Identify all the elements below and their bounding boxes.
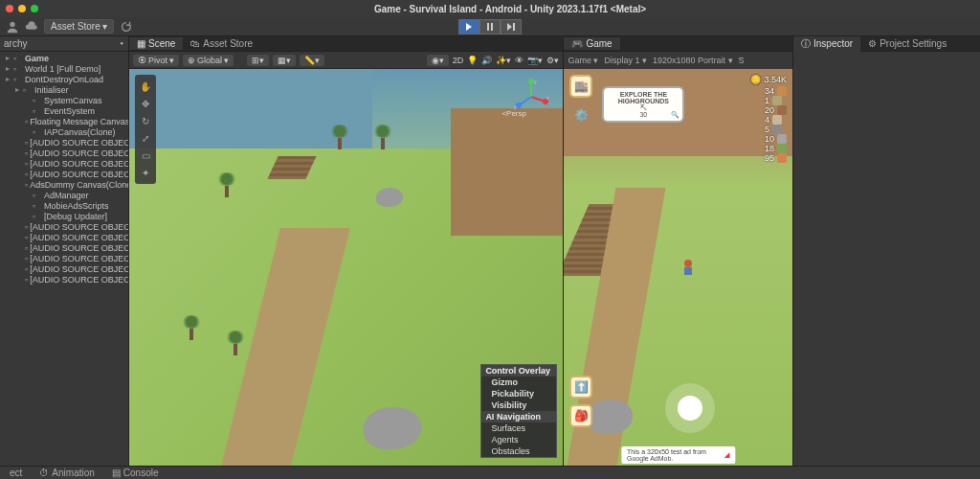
pause-button[interactable] — [479, 19, 501, 34]
game-viewport[interactable]: 🏬 ⚙️ EXPLORE THE HIGHGROUNDS ⛏ 30 🔍 🪙3.5… — [564, 69, 792, 466]
game-toolbar: Game ▾ Display 1 ▾ 1920x1080 Portrait ▾ … — [564, 52, 792, 69]
bottom-tabs: ect ⏱Animation ▤Console — [0, 466, 980, 479]
snap-button[interactable]: 📏▾ — [300, 55, 324, 66]
console-icon: ▤ — [112, 468, 121, 478]
hand-tool-icon[interactable]: ✋ — [135, 78, 156, 95]
overlay-pickability-item[interactable]: Pickability — [481, 388, 556, 399]
hierarchy-item[interactable]: ▫[AUDIO SOURCE OBJECT] — [0, 253, 128, 263]
refresh-icon[interactable] — [120, 20, 133, 34]
tab-asset-store[interactable]: 🛍Asset Store — [183, 37, 260, 50]
tab-project-settings[interactable]: ⚙Project Settings — [860, 37, 954, 50]
pivot-toggle[interactable]: ⦿Pivot▾ — [133, 55, 179, 66]
orientation-gizmo[interactable]: yxz <Persp — [511, 77, 551, 117]
hierarchy-item[interactable]: ▫[AUDIO SOURCE OBJECT] — [0, 221, 128, 232]
scene-viewport[interactable]: ✋ ✥ ↻ ⤢ ▭ ✦ yxz <Persp Control Overlay G… — [129, 69, 563, 466]
hierarchy-item[interactable]: ▫[AUDIO SOURCE OBJECT] — [0, 158, 128, 169]
hierarchy-item[interactable]: ▫[Debug Updater] — [0, 211, 128, 221]
hierarchy-item[interactable]: ▫AdsDummy Canvas(Clone) — [0, 179, 128, 190]
tab-scene[interactable]: ▦Scene — [129, 37, 183, 50]
minimize-window-icon[interactable] — [18, 5, 26, 12]
scale-label: S — [739, 56, 745, 65]
hierarchy-item[interactable]: ▫IAPCanvas(Clone) — [0, 126, 128, 137]
display-dropdown[interactable]: Display 1 ▾ — [604, 56, 647, 65]
hierarchy-item[interactable]: ▫SystemCanvas — [0, 95, 128, 105]
play-button[interactable] — [458, 19, 479, 34]
close-window-icon[interactable] — [6, 5, 13, 12]
hierarchy-item[interactable]: ▫[AUDIO SOURCE OBJECT] — [0, 137, 128, 148]
hierarchy-item[interactable]: ▸▫Initialiser — [0, 84, 128, 95]
overlay-gizmo-item[interactable]: Gizmo — [481, 376, 556, 388]
hierarchy-item[interactable]: ▫[AUDIO SOURCE OBJECT] — [0, 169, 128, 179]
shop-button[interactable]: 🏬 — [569, 75, 592, 98]
game-dropdown[interactable]: Game ▾ — [568, 56, 598, 65]
hierarchy-item[interactable]: ▸▫World 1 [Full Demo] — [0, 63, 128, 74]
snap-increment-button[interactable]: ▦▾ — [273, 55, 296, 66]
tab-project[interactable]: ect — [4, 468, 28, 478]
svg-point-0 — [10, 21, 14, 26]
search-icon[interactable]: 🔍 — [671, 111, 679, 119]
global-toggle[interactable]: ⊕Global▾ — [183, 55, 234, 66]
overlay-agents-item[interactable]: Agents — [481, 434, 556, 445]
svg-rect-2 — [491, 23, 493, 31]
cloud-icon[interactable] — [25, 20, 38, 34]
grid-snap-button[interactable]: ⊞▾ — [247, 55, 269, 66]
hierarchy-item[interactable]: ▸▫DontDestroyOnLoad — [0, 74, 128, 84]
overlay-menu-header: Control Overlay — [481, 365, 556, 376]
hierarchy-list: ▸▫Game▸▫World 1 [Full Demo]▸▫DontDestroy… — [0, 52, 128, 466]
coin-counter: 🪙3.54K — [750, 75, 787, 84]
inspector-panel: ⓘInspector ⚙Project Settings — [793, 36, 980, 466]
test-ad-banner[interactable]: This a 320x50 test ad from Google AdMob.… — [621, 446, 735, 464]
audio-icon[interactable]: 🔊 — [481, 56, 492, 65]
scale-tool-icon[interactable]: ⤢ — [135, 129, 156, 147]
hierarchy-item[interactable]: ▫MobieAdsScripts — [0, 200, 128, 211]
hud-bottom-left: ⬆️ 🎒 — [569, 376, 592, 427]
hud-top-left: 🏬 ⚙️ — [569, 75, 592, 126]
overlay-surfaces-item[interactable]: Surfaces — [481, 422, 556, 434]
hierarchy-item[interactable]: ▸▫Game — [0, 53, 128, 63]
hierarchy-item[interactable]: ▫EventSystem — [0, 105, 128, 116]
game-column: 🎮Game Game ▾ Display 1 ▾ 1920x1080 Portr… — [564, 36, 793, 466]
fx-icon[interactable]: ✨▾ — [496, 56, 511, 65]
overlay-obstacles-item[interactable]: Obstacles — [481, 445, 556, 457]
maximize-window-icon[interactable] — [31, 5, 38, 12]
camera-icon[interactable]: 📷▾ — [527, 56, 543, 65]
inventory-button[interactable]: 🎒 — [569, 404, 592, 427]
quest-progress: 30 — [612, 111, 675, 118]
step-button[interactable] — [501, 19, 522, 34]
transform-tool-icon[interactable]: ✦ — [135, 164, 156, 181]
hierarchy-item[interactable]: ▫[AUDIO SOURCE OBJECT] — [0, 274, 128, 285]
hierarchy-item[interactable]: ▫AdManager — [0, 190, 128, 200]
settings-button[interactable]: ⚙️ — [569, 103, 592, 126]
rotate-tool-icon[interactable]: ↻ — [135, 112, 156, 129]
quest-panel[interactable]: EXPLORE THE HIGHGROUNDS ⛏ 30 🔍 — [602, 86, 684, 123]
window-traffic-lights — [6, 5, 38, 12]
action-up-button[interactable]: ⬆️ — [569, 376, 592, 399]
hierarchy-item[interactable]: ▫[AUDIO SOURCE OBJECT] — [0, 148, 128, 158]
gizmos-icon[interactable]: ⚙▾ — [546, 56, 559, 65]
tab-animation[interactable]: ⏱Animation — [33, 468, 100, 478]
shading-mode-button[interactable]: ◉▾ — [427, 55, 449, 66]
asset-store-button[interactable]: Asset Store ▾ — [44, 19, 114, 34]
tab-game[interactable]: 🎮Game — [564, 37, 619, 50]
tab-inspector[interactable]: ⓘInspector — [793, 36, 860, 52]
svg-point-9 — [516, 103, 522, 108]
hierarchy-item[interactable]: ▫Floating Message Canvas(C — [0, 116, 128, 126]
hierarchy-item[interactable]: ▫[AUDIO SOURCE OBJECT] — [0, 263, 128, 274]
gear-icon: ⚙ — [868, 38, 877, 49]
hierarchy-item[interactable]: ▫[AUDIO SOURCE OBJECT] — [0, 232, 128, 242]
gamepad-icon: 🎮 — [571, 38, 583, 49]
hierarchy-item[interactable]: ▫[AUDIO SOURCE OBJECT] — [0, 242, 128, 253]
scene-vis-icon[interactable]: 👁 — [515, 56, 523, 65]
2d-toggle[interactable]: 2D — [453, 56, 464, 65]
move-tool-icon[interactable]: ✥ — [135, 95, 156, 112]
virtual-joystick[interactable] — [665, 383, 715, 433]
hierarchy-header: archy 🞄 — [0, 36, 128, 52]
rect-tool-icon[interactable]: ▭ — [135, 147, 156, 164]
resource-counter: 10 — [765, 134, 787, 144]
resolution-dropdown[interactable]: 1920x1080 Portrait ▾ — [653, 56, 733, 65]
lighting-icon[interactable]: 💡 — [467, 56, 478, 65]
account-icon[interactable] — [6, 20, 19, 34]
hierarchy-search-icon[interactable]: 🞄 — [120, 38, 124, 49]
tab-console[interactable]: ▤Console — [106, 468, 165, 478]
overlay-visibility-item[interactable]: Visibility — [481, 399, 556, 411]
